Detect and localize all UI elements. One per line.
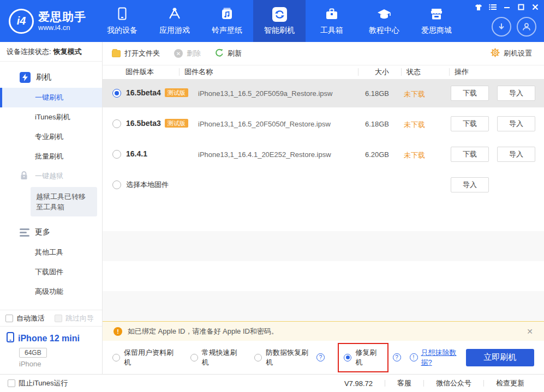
device-name: iPhone 12 mini: [18, 334, 80, 343]
info-icon[interactable]: !: [410, 353, 418, 361]
import-button[interactable]: 导入: [497, 116, 535, 131]
sidebar-item-pro-flash[interactable]: 专业刷机: [0, 127, 102, 147]
menu-icon[interactable]: [488, 3, 497, 11]
download-button[interactable]: 下载: [451, 116, 489, 131]
mode-normal-quick-flash[interactable]: 常规快速刷机: [190, 348, 242, 367]
firmware-filename: iPhone13,1_16.5_20F5059a_Restore.ipsw: [198, 89, 332, 98]
firmware-row[interactable]: 16.4.1 iPhone13,1_16.4.1_20E252_Restore.…: [103, 140, 544, 168]
mode-repair-flash[interactable]: 修复刷机: [344, 348, 382, 367]
help-icon[interactable]: ?: [316, 353, 325, 361]
status-bar: 阻止iTunes运行 V7.98.72 客服 微信公众号 检查更新: [0, 374, 544, 392]
firmware-radio-selected[interactable]: [112, 89, 121, 98]
sidebar-item-download-firmware[interactable]: 下载固件: [0, 262, 102, 282]
app-window: i4 爱思助手 www.i4.cn 我的设备 应用游戏: [0, 0, 544, 392]
erase-data-link[interactable]: 只想抹除数据?: [421, 348, 466, 367]
mode-keep-user-data[interactable]: 保留用户资料刷机: [112, 348, 178, 367]
sidebar-group-more[interactable]: 更多: [0, 222, 102, 243]
firmware-version: 16.5beta4: [126, 88, 161, 97]
window-controls: [474, 3, 540, 11]
import-button[interactable]: 导入: [497, 86, 535, 101]
sidebar-item-batch-flash[interactable]: 批量刷机: [0, 147, 102, 166]
flash-settings-button[interactable]: 刷机设置: [491, 48, 532, 59]
storefront-icon: [429, 7, 444, 22]
firmware-size: 6.20GB: [351, 150, 389, 159]
check-update-link[interactable]: 检查更新: [484, 378, 536, 388]
i4-logo-icon: i4: [9, 9, 34, 34]
nav-tab-ringtones[interactable]: 铃声壁纸: [201, 0, 253, 42]
mode-anti-data-recovery[interactable]: 防数据恢复刷机 ?: [254, 348, 325, 367]
briefcase-icon: [325, 7, 339, 22]
checkbox-icon: [5, 315, 13, 322]
firmware-radio[interactable]: [112, 180, 121, 189]
apple-id-notice-bar: ! 如已绑定 Apple ID，请准备好 Apple ID和密码。 ✕: [103, 321, 544, 341]
column-divider: [449, 68, 450, 76]
empty-row-stripe: [103, 291, 544, 321]
refresh-flash-icon: [272, 7, 287, 22]
column-divider: [358, 68, 358, 76]
warning-icon: !: [113, 327, 122, 336]
firmware-radio[interactable]: [112, 150, 121, 159]
app-header: i4 爱思助手 www.i4.cn 我的设备 应用游戏: [0, 0, 544, 42]
nav-tab-my-device[interactable]: 我的设备: [96, 0, 148, 42]
delete-circle-icon: ✕: [174, 49, 183, 58]
download-button[interactable]: 下载: [451, 147, 489, 162]
import-button[interactable]: 导入: [451, 177, 489, 192]
nav-tab-tutorials[interactable]: 教程中心: [358, 0, 410, 42]
jailbreak-moved-note: 越狱工具已转移至工具箱: [31, 187, 97, 216]
sidebar-item-other-tools[interactable]: 其他工具: [0, 243, 102, 262]
skin-icon[interactable]: [474, 3, 483, 11]
app-version: V7.98.72: [344, 379, 385, 388]
sidebar-item-advanced-features[interactable]: 高级功能: [0, 282, 102, 301]
block-itunes-checkbox[interactable]: 阻止iTunes运行: [8, 378, 68, 388]
empty-row-stripe: [103, 201, 544, 231]
device-phone-icon: [7, 332, 14, 345]
download-button[interactable]: 下载: [451, 86, 489, 101]
wechat-official-link[interactable]: 微信公众号: [424, 378, 483, 388]
column-status: 状态: [406, 67, 421, 77]
firmware-table-header: 固件版本 固件名称 大小 状态 操作: [103, 65, 544, 79]
radio-icon: [190, 354, 198, 361]
user-account-icon[interactable]: [517, 17, 536, 37]
refresh-button[interactable]: 刷新: [215, 49, 242, 59]
nav-tab-toolbox[interactable]: 工具箱: [306, 0, 358, 42]
customer-service-link[interactable]: 客服: [385, 378, 423, 388]
notice-close-icon[interactable]: ✕: [527, 327, 533, 336]
firmware-row[interactable]: 16.5beta3测试版 iPhone13,1_16.5_20F5050f_Re…: [103, 110, 544, 138]
more-lines-icon: [20, 228, 29, 237]
appstore-icon: [168, 7, 182, 22]
firmware-status: 未下载: [404, 120, 425, 130]
firmware-filename: iPhone13,1_16.5_20F5050f_Restore.ipsw: [198, 120, 331, 128]
firmware-size: 6.18GB: [351, 89, 389, 98]
maximize-icon[interactable]: [517, 3, 525, 11]
sidebar-item-itunes-flash[interactable]: iTunes刷机: [0, 107, 102, 127]
close-icon[interactable]: [531, 3, 540, 11]
gear-icon: [491, 48, 500, 59]
import-button[interactable]: 导入: [497, 147, 535, 162]
help-icon[interactable]: ?: [393, 353, 401, 361]
firmware-row[interactable]: 16.5beta4测试版 iPhone13,1_16.5_20F5059a_Re…: [103, 79, 544, 107]
column-size: 大小: [356, 67, 389, 77]
auto-activate-checkbox[interactable]: 自动激活: [5, 313, 45, 323]
firmware-toolbar: 打开文件夹 ✕ 删除 刷新 刷机设置: [103, 42, 544, 65]
flash-now-button[interactable]: 立即刷机: [466, 349, 534, 366]
sidebar-checkbox-row: 自动激活 跳过向导: [0, 310, 102, 326]
flash-device-icon: [20, 72, 31, 83]
nav-tab-apps-games[interactable]: 应用游戏: [148, 0, 201, 42]
local-firmware-row[interactable]: 选择本地固件 导入: [103, 171, 544, 199]
nav-tab-smart-flash[interactable]: 智能刷机: [253, 0, 306, 42]
firmware-filename: iPhone13,1_16.4.1_20E252_Restore.ipsw: [198, 150, 331, 159]
download-manager-icon[interactable]: [492, 17, 511, 37]
sidebar-item-one-click-flash[interactable]: 一键刷机: [0, 88, 102, 107]
firmware-size: 6.18GB: [351, 120, 389, 128]
main-content: 打开文件夹 ✕ 删除 刷新 刷机设置: [103, 42, 544, 374]
delete-button: ✕ 删除: [174, 49, 201, 58]
beta-badge: 测试版: [165, 88, 188, 97]
nav-tab-store[interactable]: 爱思商城: [410, 0, 463, 42]
open-folder-button[interactable]: 打开文件夹: [112, 49, 160, 58]
firmware-radio[interactable]: [112, 119, 121, 128]
minimize-icon[interactable]: [503, 3, 511, 11]
sidebar-group-flash[interactable]: 刷机: [0, 67, 102, 88]
graduation-cap-icon: [376, 7, 392, 22]
sidebar-menu: 刷机 一键刷机 iTunes刷机 专业刷机 批量刷机 一键越狱 越狱工具已转移至…: [0, 62, 102, 301]
main-nav: 我的设备 应用游戏 铃声壁纸 智能刷机: [96, 0, 463, 42]
